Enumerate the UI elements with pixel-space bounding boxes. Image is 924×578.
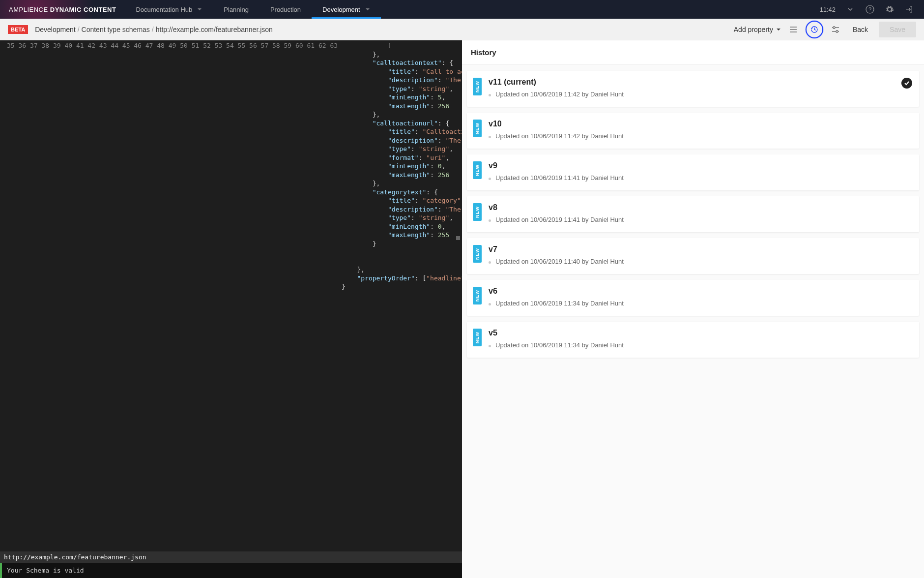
gear-icon[interactable] — [885, 4, 895, 14]
add-property-label: Add property — [734, 26, 773, 33]
history-version-meta: Updated on 10/06/2019 11:42 by Daniel Hu… — [489, 132, 911, 140]
sub-toolbar: BETA Development/Content type schemas/ht… — [0, 19, 924, 40]
history-card-body: v6Updated on 10/06/2019 11:34 by Daniel … — [489, 287, 911, 307]
history-title: History — [462, 40, 924, 65]
history-card-body: v9Updated on 10/06/2019 11:41 by Daniel … — [489, 161, 911, 182]
nav-tab-production[interactable]: Production — [260, 0, 312, 19]
topbar-right: 11:42 ? — [819, 4, 924, 14]
history-version-card[interactable]: NEWv11 (current)Updated on 10/06/2019 11… — [467, 71, 919, 107]
history-version-meta: Updated on 10/06/2019 11:34 by Daniel Hu… — [489, 300, 911, 307]
history-version-title: v6 — [489, 287, 911, 296]
brand-bold: DYNAMIC CONTENT — [50, 6, 116, 13]
history-version-title: v8 — [489, 203, 911, 212]
code-editor[interactable]: 35 36 37 38 39 40 41 42 43 44 45 46 47 4… — [0, 40, 462, 551]
history-version-title: v10 — [489, 120, 911, 128]
new-badge: NEW — [473, 329, 482, 346]
history-version-meta: Updated on 10/06/2019 11:40 by Daniel Hu… — [489, 258, 911, 265]
chevron-down-icon[interactable] — [845, 4, 855, 14]
nav-tab-planning[interactable]: Planning — [213, 0, 260, 19]
list-view-icon[interactable] — [787, 23, 800, 36]
svg-text:?: ? — [868, 6, 871, 12]
brand-light: AMPLIENCE — [9, 6, 48, 13]
history-card-body: v8Updated on 10/06/2019 11:41 by Daniel … — [489, 203, 911, 223]
history-version-card[interactable]: NEWv8Updated on 10/06/2019 11:41 by Dani… — [467, 196, 919, 232]
nav-tabs: Documentation HubPlanningProductionDevel… — [125, 0, 380, 19]
history-version-meta: Updated on 10/06/2019 11:41 by Daniel Hu… — [489, 174, 911, 182]
history-card-body: v11 (current)Updated on 10/06/2019 11:42… — [489, 78, 911, 98]
nav-tab-label: Development — [322, 6, 360, 13]
code-content[interactable]: ] }, "calltoactiontext": { "title": "Cal… — [342, 40, 462, 551]
new-badge: NEW — [473, 245, 482, 263]
save-button[interactable]: Save — [879, 22, 916, 37]
nav-tab-documentation-hub[interactable]: Documentation Hub — [125, 0, 213, 19]
help-icon[interactable]: ? — [865, 4, 875, 14]
code-editor-pane: 35 36 37 38 39 40 41 42 43 44 45 46 47 4… — [0, 40, 462, 578]
history-version-card[interactable]: NEWv10Updated on 10/06/2019 11:42 by Dan… — [467, 113, 919, 149]
breadcrumb-segment[interactable]: Development — [35, 26, 76, 33]
history-version-meta: Updated on 10/06/2019 11:41 by Daniel Hu… — [489, 216, 911, 223]
history-version-card[interactable]: NEWv9Updated on 10/06/2019 11:41 by Dani… — [467, 154, 919, 190]
editor-scroll-thumb[interactable] — [456, 236, 460, 240]
chevron-down-icon — [365, 6, 370, 13]
new-badge: NEW — [473, 203, 482, 221]
breadcrumb-segment: http://example.com/featurebanner.json — [156, 26, 273, 33]
logout-icon[interactable] — [904, 4, 914, 14]
brand-logo[interactable]: AMPLIENCE DYNAMIC CONTENT — [0, 6, 125, 13]
back-button[interactable]: Back — [848, 23, 873, 36]
history-icon[interactable] — [806, 21, 823, 38]
chevron-down-icon — [197, 6, 202, 13]
current-check-icon — [901, 78, 912, 89]
history-version-title: v7 — [489, 245, 911, 254]
history-card-body: v10Updated on 10/06/2019 11:42 by Daniel… — [489, 120, 911, 140]
nav-tab-label: Production — [270, 6, 301, 13]
validation-message: Your Schema is valid — [0, 563, 462, 578]
history-version-title: v5 — [489, 329, 911, 337]
add-property-dropdown[interactable]: Add property — [734, 26, 781, 33]
workspace: 35 36 37 38 39 40 41 42 43 44 45 46 47 4… — [0, 40, 924, 578]
breadcrumb-separator: / — [78, 26, 80, 33]
sliders-icon[interactable] — [829, 23, 842, 36]
history-pane: History NEWv11 (current)Updated on 10/06… — [462, 40, 924, 578]
svg-point-6 — [833, 27, 835, 29]
history-version-card[interactable]: NEWv7Updated on 10/06/2019 11:40 by Dani… — [467, 238, 919, 274]
beta-badge: BETA — [8, 25, 28, 34]
file-path-footer: http://example.com/featurebanner.json — [0, 551, 462, 563]
nav-tab-label: Planning — [224, 6, 249, 13]
breadcrumb-segment[interactable]: Content type schemas — [82, 26, 150, 33]
line-gutter: 35 36 37 38 39 40 41 42 43 44 45 46 47 4… — [0, 40, 342, 551]
new-badge: NEW — [473, 120, 482, 137]
new-badge: NEW — [473, 287, 482, 304]
history-version-card[interactable]: NEWv5Updated on 10/06/2019 11:34 by Dani… — [467, 322, 919, 358]
nav-tab-label: Documentation Hub — [136, 6, 192, 13]
history-card-body: v5Updated on 10/06/2019 11:34 by Daniel … — [489, 329, 911, 349]
history-card-body: v7Updated on 10/06/2019 11:40 by Daniel … — [489, 245, 911, 265]
history-version-title: v9 — [489, 161, 911, 170]
history-version-meta: Updated on 10/06/2019 11:34 by Daniel Hu… — [489, 341, 911, 349]
history-version-card[interactable]: NEWv6Updated on 10/06/2019 11:34 by Dani… — [467, 280, 919, 316]
breadcrumb: Development/Content type schemas/http://… — [35, 26, 273, 33]
svg-point-8 — [836, 30, 838, 32]
history-list[interactable]: NEWv11 (current)Updated on 10/06/2019 11… — [462, 65, 924, 578]
new-badge: NEW — [473, 161, 482, 179]
new-badge: NEW — [473, 78, 482, 95]
breadcrumb-separator: / — [152, 26, 154, 33]
clock: 11:42 — [819, 6, 836, 13]
subbar-right: Add property Back Save — [734, 21, 916, 38]
history-version-meta: Updated on 10/06/2019 11:42 by Daniel Hu… — [489, 91, 911, 98]
nav-tab-development[interactable]: Development — [312, 0, 381, 19]
history-version-title: v11 (current) — [489, 78, 911, 87]
top-navbar: AMPLIENCE DYNAMIC CONTENT Documentation … — [0, 0, 924, 19]
